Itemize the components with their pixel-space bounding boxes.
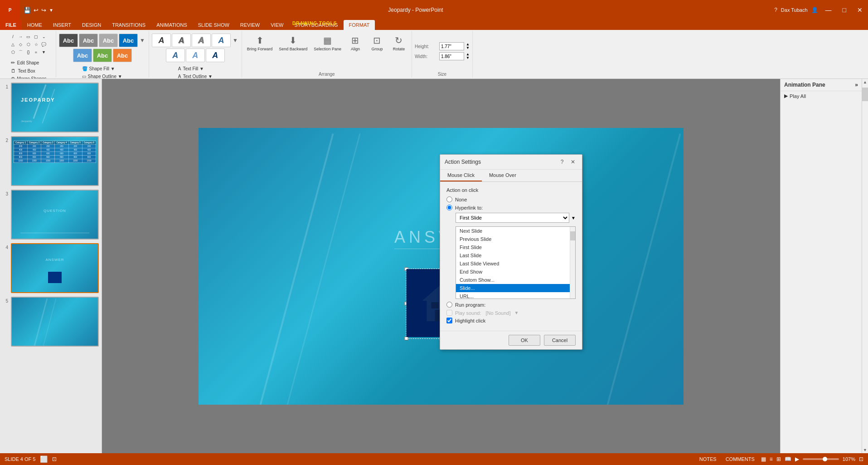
dropdown-item-end-show[interactable]: End Show	[456, 268, 575, 276]
dialog-footer: OK Cancel	[440, 331, 582, 349]
radio-none-label: None	[455, 197, 467, 202]
play-sound-checkbox[interactable]	[446, 310, 452, 316]
hyperlink-select-container: First Slide ▼	[456, 213, 576, 223]
dropdown-item-slide[interactable]: Slide...	[456, 284, 575, 292]
radio-none-input[interactable]	[446, 196, 452, 202]
dialog-tab-mouse-click[interactable]: Mouse Click	[440, 170, 482, 181]
action-on-click-label: Action on click	[446, 187, 576, 193]
dropdown-item-url[interactable]: URL...	[456, 292, 575, 299]
radio-none[interactable]: None	[446, 196, 576, 202]
play-sound-label: Play sound:	[455, 310, 481, 316]
dialog-close-btn[interactable]: ✕	[568, 157, 577, 166]
radio-hyperlink[interactable]: Hyperlink to:	[446, 205, 576, 210]
dialog-overlay: Action Settings ? ✕ Mouse Click Mouse Ov…	[0, 0, 868, 465]
dropdown-item-next-slide[interactable]: Next Slide	[456, 227, 575, 235]
dropdown-item-custom-show[interactable]: Custom Show...	[456, 276, 575, 284]
hyperlink-dropdown-arrow[interactable]: ▼	[571, 215, 576, 220]
dropdown-item-first-slide[interactable]: First Slide	[456, 243, 575, 251]
cancel-button[interactable]: Cancel	[544, 335, 576, 346]
dialog-controls: ? ✕	[558, 157, 577, 166]
dialog-tab-mouse-over[interactable]: Mouse Over	[482, 170, 524, 181]
dialog-body: Action on click None Hyperlink to: First…	[440, 182, 582, 331]
dropdown-item-prev-slide[interactable]: Previous Slide	[456, 235, 575, 243]
radio-hyperlink-input[interactable]	[446, 205, 452, 210]
dropdown-scrollbar[interactable]	[570, 227, 575, 299]
sound-dropdown-arrow: ▼	[514, 310, 519, 315]
ok-button[interactable]: OK	[509, 335, 540, 346]
checkbox-play-sound: Play sound: [No Sound] ▼	[446, 310, 576, 316]
radio-run-program-label: Run program:	[455, 302, 485, 308]
dropdown-list[interactable]: Next Slide Previous Slide First Slide La…	[456, 226, 576, 299]
dialog-tabs: Mouse Click Mouse Over	[440, 170, 582, 182]
highlight-checkbox[interactable]	[446, 318, 452, 323]
radio-run-program[interactable]: Run program:	[446, 302, 576, 308]
radio-run-program-input[interactable]	[446, 302, 452, 308]
dropdown-scroll-thumb[interactable]	[570, 231, 575, 240]
dropdown-item-last-slide[interactable]: Last Slide	[456, 251, 575, 259]
dropdown-item-last-viewed[interactable]: Last Slide Viewed	[456, 259, 575, 268]
dialog-title: Action Settings	[445, 159, 481, 165]
checkbox-highlight[interactable]: Highlight click	[446, 318, 576, 323]
play-sound-value: [No Sound]	[485, 310, 510, 316]
highlight-label: Highlight click	[455, 318, 485, 323]
dialog-titlebar: Action Settings ? ✕	[440, 155, 582, 170]
hyperlink-select[interactable]: First Slide	[456, 213, 569, 223]
dialog-help-btn[interactable]: ?	[558, 157, 567, 166]
action-dialog: Action Settings ? ✕ Mouse Click Mouse Ov…	[440, 154, 582, 350]
radio-hyperlink-label: Hyperlink to:	[455, 205, 483, 210]
